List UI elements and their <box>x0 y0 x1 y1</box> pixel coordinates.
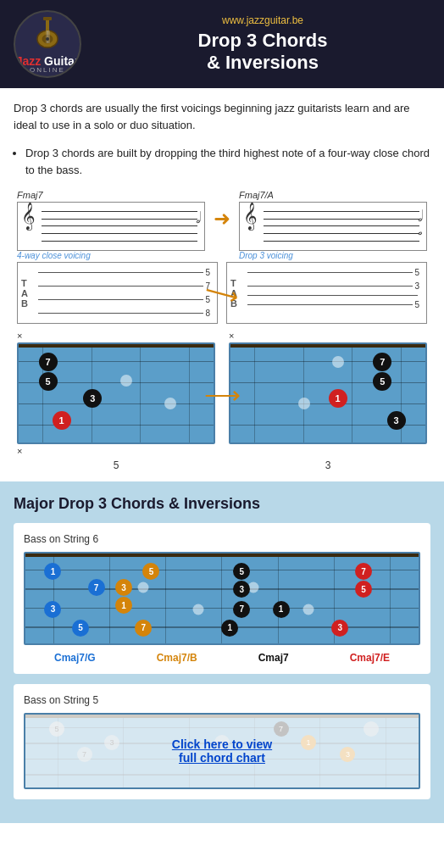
header-url: www.jazzguitar.be <box>95 14 430 26</box>
tab-block-1: TAB 5 7 5 8 <box>17 262 218 324</box>
bullet-item: Drop 3 chords are built by dropping the … <box>25 145 430 178</box>
tab-block-2: TAB 5 3 5 <box>226 262 427 324</box>
bass-string5-label: Bass on String 5 <box>24 694 420 706</box>
caption-2: Drop 3 voicing <box>239 251 427 260</box>
intro-text: Drop 3 chords are usually the first voic… <box>0 88 444 140</box>
svg-rect-2 <box>46 19 49 34</box>
caption-1: 4-way close voicing <box>17 251 205 260</box>
diagram-section: Fmaj7 𝄞 𝅗𝅥 4-way close voicing ➜ <box>0 190 444 481</box>
chord-name-1: Cmaj7/B <box>157 652 197 664</box>
section-title: Major Drop 3 Chords & Inversions <box>14 495 430 513</box>
logo-area: Jazz Guitar ONLINE <box>14 10 81 78</box>
staff-lines-2: 𝄞 𝅗𝅥 𝅗 <box>239 202 427 251</box>
major-section: Major Drop 3 Chords & Inversions Bass on… <box>0 481 444 823</box>
staff-block-2: Fmaj7/A 𝄞 𝅗𝅥 𝅗 Drop 3 voicing <box>239 190 427 260</box>
chord-card-string6: Bass on String 6 <box>14 523 430 674</box>
small-fretboard-5: 5 3 7 7 1 3 Click here to view full chor… <box>24 713 420 789</box>
staff-lines-1: 𝄞 𝅗𝅥 <box>17 202 205 251</box>
staff-arrow: ➜ <box>214 190 230 231</box>
staff-chord-label-2: Fmaj7/A <box>239 190 427 200</box>
click-overlay[interactable]: Click here to view full chord chart <box>25 715 419 787</box>
chord-name-2: Cmaj7 <box>258 652 289 664</box>
chord-card-string5: Bass on String 5 5 3 7 <box>14 684 430 799</box>
fretboard-left: × <box>17 331 215 471</box>
staff-chord-label-1: Fmaj7 <box>17 190 205 200</box>
fretboard-label-2: 3 <box>229 459 427 471</box>
header: Jazz Guitar ONLINE www.jazzguitar.be Dro… <box>0 0 444 88</box>
bullet-list: Drop 3 chords are built by dropping the … <box>0 140 444 190</box>
tab-row: TAB 5 7 5 8 ⟶ TAB 5 3 5 <box>10 262 434 324</box>
fretboard-row: × <box>10 331 434 471</box>
large-fretboard-6: 1 3 7 5 3 1 5 7 5 3 7 1 1 7 5 3 <box>24 552 420 645</box>
chord-name-0: Cmaj7/G <box>54 652 96 664</box>
click-here-link[interactable]: Click here to view full chord chart <box>172 737 272 765</box>
staff-block-1: Fmaj7 𝄞 𝅗𝅥 4-way close voicing <box>17 190 205 260</box>
fretboard-right: × <box>229 331 427 471</box>
svg-point-7 <box>46 37 49 41</box>
logo-text-online: ONLINE <box>16 67 80 75</box>
logo-text-jazz: Jazz Guitar <box>16 55 80 67</box>
staff-row: Fmaj7 𝄞 𝅗𝅥 4-way close voicing ➜ <box>10 190 434 260</box>
bass-string6-label: Bass on String 6 <box>24 533 420 545</box>
fretboard-label-1: 5 <box>17 459 215 471</box>
chord-name-3: Cmaj7/E <box>350 652 390 664</box>
header-title: Drop 3 Chords & Inversions <box>95 30 430 75</box>
chord-names-row: Cmaj7/G Cmaj7/B Cmaj7 Cmaj7/E <box>24 652 420 664</box>
header-title-area: www.jazzguitar.be Drop 3 Chords & Invers… <box>95 14 430 75</box>
guitar-icon <box>26 14 69 52</box>
fretboard-arrow: ⟶ <box>204 379 241 409</box>
svg-rect-3 <box>43 17 52 20</box>
tab-arrow: ⟶ <box>205 279 239 307</box>
logo-circle: Jazz Guitar ONLINE <box>14 10 81 78</box>
